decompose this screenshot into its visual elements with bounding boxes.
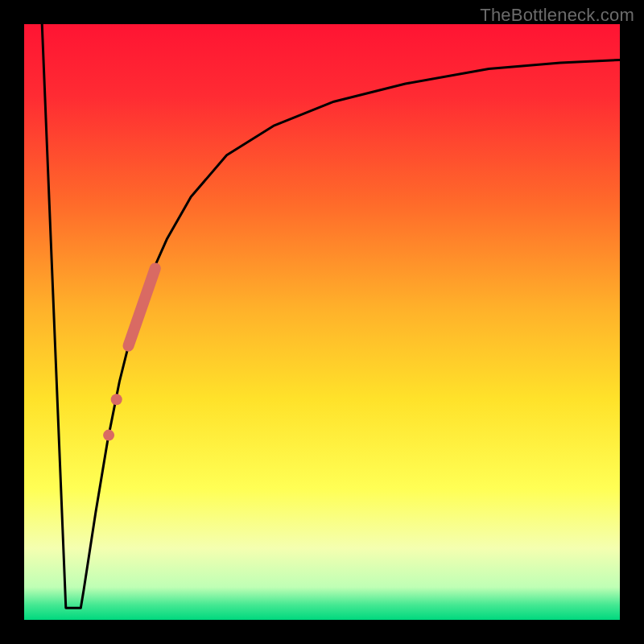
gradient-background bbox=[24, 24, 620, 620]
chart-svg bbox=[24, 24, 620, 620]
dot-lower-1 bbox=[111, 394, 122, 405]
dot-lower-2 bbox=[103, 430, 114, 441]
chart-frame: TheBottleneck.com bbox=[0, 0, 644, 644]
watermark-text: TheBottleneck.com bbox=[480, 5, 634, 26]
plot-area bbox=[24, 24, 620, 620]
